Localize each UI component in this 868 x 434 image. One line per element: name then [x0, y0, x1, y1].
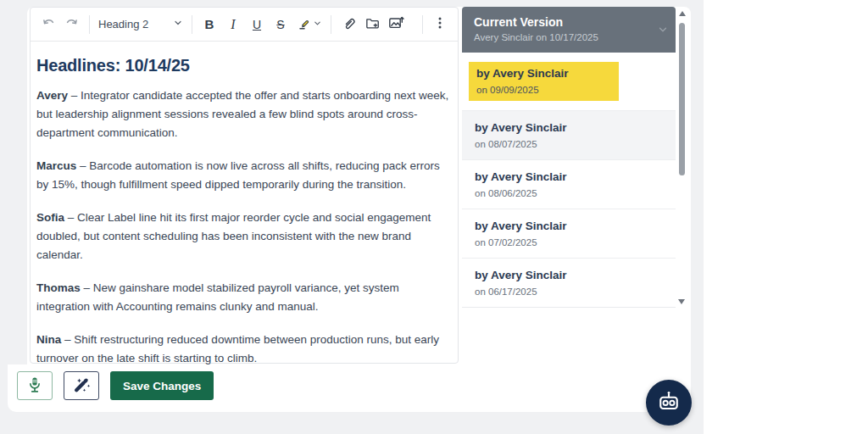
chevron-down-icon: [173, 18, 183, 31]
assistant-fab[interactable]: [646, 380, 692, 426]
bold-button[interactable]: B: [198, 13, 220, 36]
paragraph-thomas: Thomas – New gainshare model stabilized …: [36, 279, 451, 316]
magic-wand-icon: [71, 375, 92, 398]
editor-panel: Heading 2 B I U S: [30, 7, 459, 364]
link-button[interactable]: [337, 13, 359, 36]
undo-icon: [41, 15, 56, 33]
highlight-button[interactable]: [293, 13, 325, 36]
version-date: on 07/02/2025: [475, 236, 663, 248]
current-version-title: Current Version: [474, 15, 664, 29]
paragraph-style-value: Heading 2: [98, 18, 148, 31]
paperclip-icon: [341, 15, 356, 33]
version-author: by Avery Sinclair: [475, 170, 663, 185]
highlighter-icon: [296, 15, 312, 34]
version-date: on 09/09/2025: [476, 84, 611, 96]
document-body[interactable]: Headlines: 10/14/25 Avery – Integrator c…: [31, 42, 458, 368]
toolbar-divider: [192, 15, 192, 34]
magic-wand-button[interactable]: [64, 371, 99, 400]
kebab-icon: [433, 15, 447, 33]
toolbar-divider: [331, 15, 331, 34]
version-item-highlighted[interactable]: by Avery Sinclair on 09/09/2025: [462, 53, 676, 111]
toolbar-divider: [422, 15, 423, 34]
robot-icon: [656, 389, 682, 417]
undo-button[interactable]: [37, 13, 59, 36]
paragraph-text: – Barcode automation is now live across …: [36, 159, 440, 191]
image-upload-icon: [387, 14, 404, 34]
microphone-icon: [25, 376, 44, 397]
paragraph-text: – Clear Label line hit its first major r…: [36, 211, 431, 261]
current-version-subtitle: Avery Sinclair on 10/17/2025: [474, 32, 664, 42]
add-folder-button[interactable]: [361, 13, 383, 36]
version-item[interactable]: by Avery Sinclair on 06/17/2025: [462, 259, 676, 307]
underline-button[interactable]: U: [246, 13, 268, 36]
italic-button[interactable]: I: [222, 13, 244, 36]
version-highlight-box: by Avery Sinclair on 09/09/2025: [469, 62, 619, 101]
paragraph-nina: Nina – Shift restructuring reduced downt…: [36, 331, 451, 368]
version-date: on 06/17/2025: [475, 286, 663, 298]
paragraph-style-select[interactable]: Heading 2: [96, 13, 186, 36]
paragraph-avery: Avery – Integrator candidate accepted th…: [36, 86, 451, 142]
person-name: Thomas: [36, 281, 81, 294]
current-version-header[interactable]: Current Version Avery Sinclair on 10/17/…: [462, 7, 676, 53]
version-author: by Avery Sinclair: [475, 219, 663, 234]
scroll-up-arrow-icon[interactable]: [679, 11, 686, 16]
folder-plus-icon: [364, 15, 381, 34]
scrollbar-thumb[interactable]: [679, 23, 685, 175]
version-author: by Avery Sinclair: [475, 120, 663, 136]
app-canvas: Heading 2 B I U S: [0, 0, 868, 434]
person-name: Sofia: [36, 211, 64, 224]
version-list: by Avery Sinclair on 09/09/2025 by Avery…: [462, 53, 676, 308]
mic-button[interactable]: [17, 371, 53, 400]
version-author: by Avery Sinclair: [476, 66, 611, 81]
version-history-panel: Current Version Avery Sinclair on 10/17/…: [462, 7, 687, 308]
redo-icon: [64, 15, 80, 33]
paragraph-marcus: Marcus – Barcode automation is now live …: [36, 157, 451, 194]
paragraph-text: – New gainshare model stabilized payroll…: [36, 281, 399, 313]
person-name: Marcus: [36, 159, 76, 172]
person-name: Nina: [36, 333, 61, 346]
version-item[interactable]: by Avery Sinclair on 07/02/2025: [462, 209, 676, 259]
version-date: on 08/07/2025: [475, 138, 663, 150]
redo-button[interactable]: [61, 13, 83, 36]
scrollbar[interactable]: [678, 8, 686, 307]
paragraph-sofia: Sofia – Clear Label line hit its first m…: [36, 209, 451, 264]
paragraph-text: – Shift restructuring reduced downtime b…: [36, 333, 439, 364]
toolbar-divider: [89, 15, 90, 34]
strikethrough-button[interactable]: S: [270, 13, 292, 36]
scroll-down-arrow-icon[interactable]: [678, 299, 685, 304]
version-date: on 08/06/2025: [475, 187, 663, 199]
highlight-dropdown-chevron: [313, 18, 322, 31]
insert-image-button[interactable]: [385, 13, 407, 36]
document-title: Headlines: 10/14/25: [36, 54, 451, 76]
overflow-menu-button[interactable]: [429, 13, 451, 36]
chevron-down-icon: [657, 24, 669, 39]
version-author: by Avery Sinclair: [475, 268, 663, 283]
editor-toolbar: Heading 2 B I U S: [31, 8, 458, 42]
save-changes-button[interactable]: Save Changes: [110, 371, 214, 400]
version-item[interactable]: by Avery Sinclair on 08/07/2025: [462, 111, 676, 160]
paragraph-text: – Integrator candidate accepted the offe…: [36, 89, 448, 139]
person-name: Avery: [36, 89, 68, 102]
version-item[interactable]: by Avery Sinclair on 08/06/2025: [462, 160, 676, 209]
